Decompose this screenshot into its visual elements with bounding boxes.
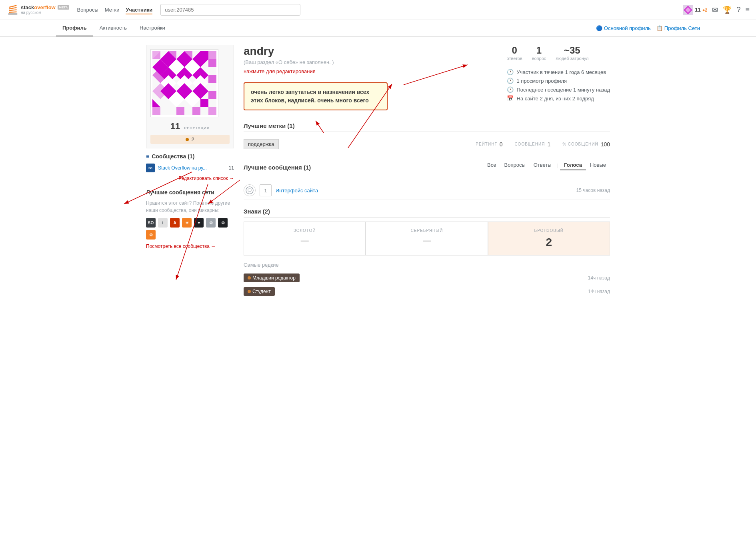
ci-ask-icon[interactable]: A — [170, 218, 180, 228]
top-tags-header: Лучшие метки (1) — [244, 122, 610, 132]
badges-detail: Самые редкие Младший редактор 14ч назад … — [244, 262, 610, 298]
tag-percent-item: % СООБЩЕНИЙ 100 — [562, 141, 610, 148]
badge-pill-student: Студент — [244, 287, 275, 296]
avatar-svg — [152, 51, 216, 115]
posts-tab-new[interactable]: Новые — [586, 160, 610, 170]
percent-label: % СООБЩЕНИЙ — [562, 142, 598, 146]
profile-header: andry (Ваш раздел «О себе» не заполнен. … — [244, 45, 610, 110]
tags-row: поддержка РЕЙТИНГ 0 СООБЩЕНИЯ 1 % СООБЩЕ… — [244, 136, 610, 152]
search-input[interactable] — [160, 4, 300, 16]
tabs-bar: Профиль Активность Настройки 🔵 Основной … — [0, 20, 756, 37]
search-box[interactable] — [160, 4, 300, 16]
community-icons-grid: SO i A ☀ ✦ ⚙ ⚙ ⚙ — [146, 218, 234, 240]
svg-marker-37 — [200, 51, 208, 59]
post-time: 15 часов назад — [576, 188, 610, 193]
posts-tab-votes[interactable]: Голоса — [560, 160, 586, 170]
logo-lang: на русском — [21, 10, 69, 15]
profile-tabs: Профиль Активность Настройки — [56, 20, 172, 36]
badge-count: ●2 — [702, 8, 708, 12]
ci-dark-icon[interactable]: ✦ — [194, 218, 204, 228]
tag-badge[interactable]: поддержка — [244, 139, 279, 149]
main-nav: Вопросы Метки Участники — [77, 5, 153, 14]
reputation-display: 11 РЕПУТАЦИЯ — [150, 121, 230, 132]
ci-gray-icon[interactable]: ⚙ — [206, 218, 216, 228]
menu-icon[interactable]: ≡ — [745, 6, 750, 14]
posts-tab-all[interactable]: Все — [483, 160, 500, 170]
meta-badge: МЕТА — [58, 5, 69, 10]
tag-percent-val: 100 — [601, 141, 610, 148]
bronze-dot-icon-2 — [248, 290, 251, 293]
ci-gear-icon[interactable]: ⚙ — [146, 230, 156, 240]
info-profile-views: 🕐 1 просмотр профиля — [507, 78, 610, 84]
network-posts-title: Лучшие сообщения сети — [146, 189, 234, 196]
communities-title: ≡ Сообщества (1) — [146, 153, 234, 160]
communities-section: ≡ Сообщества (1) SO Stack Overflow на ру… — [146, 153, 234, 181]
gold-label: ЗОЛОТОЙ — [250, 228, 359, 233]
rep-count: 11 — [695, 7, 700, 13]
tab-profile[interactable]: Профиль — [56, 20, 93, 36]
avatar-block: 11 РЕПУТАЦИЯ 2 — [146, 45, 234, 148]
bronze-label: БРОНЗОВЫЙ — [495, 228, 603, 233]
post-title[interactable]: Интерфейс сайта — [276, 188, 572, 194]
ci-orange-icon[interactable]: ☀ — [182, 218, 192, 228]
network-profile-link[interactable]: 📋 Профиль Сети — [656, 25, 700, 31]
community-rep: 11 — [229, 165, 234, 171]
header-right: 11 ●2 ✉ 🏆 ? ≡ — [683, 5, 750, 15]
profile-links: 🔵 Основной профиль 📋 Профиль Сети — [596, 25, 700, 31]
svg-rect-3 — [9, 9, 16, 11]
badge-item-1: Студент 14ч назад — [244, 285, 610, 298]
posts-tab-answers[interactable]: Ответы — [530, 160, 556, 170]
silver-value: — — [372, 236, 481, 245]
ci-so-icon[interactable]: SO — [146, 218, 156, 228]
stack-logo-icon — [6, 4, 19, 16]
bronze-value: 2 — [495, 236, 603, 249]
posts-header: Лучшие сообщения (1) Все Вопросы Ответы … — [244, 160, 610, 177]
left-panel: 11 РЕПУТАЦИЯ 2 ≡ Сообщества (1) SO Stack… — [146, 45, 234, 306]
bronze-dot-icon — [186, 138, 189, 141]
network-profile-icon: 📋 — [656, 25, 663, 31]
view-all-communities-link[interactable]: Посмотреть все сообщества → — [146, 244, 234, 249]
trophy-icon[interactable]: 🏆 — [723, 6, 732, 14]
help-icon[interactable]: ? — [736, 6, 740, 14]
svg-marker-39 — [208, 75, 216, 83]
bronze-badge-col: БРОНЗОВЫЙ 2 — [488, 222, 610, 256]
stats-block: 0 ответов 1 вопрос ~35 людей затронул — [507, 45, 610, 61]
tab-settings[interactable]: Настройки — [133, 20, 172, 36]
main-profile-link[interactable]: 🔵 Основной профиль — [596, 25, 651, 31]
tag-messages-val: 1 — [547, 141, 550, 148]
inbox-icon[interactable]: ✉ — [712, 6, 718, 14]
messages-label: СООБЩЕНИЯ — [515, 142, 545, 146]
svg-marker-38 — [208, 59, 216, 67]
logo[interactable]: stackoverflow МЕТА на русском — [6, 4, 69, 16]
clock-icon-2: 🕐 — [507, 78, 514, 84]
tag-messages-item: СООБЩЕНИЯ 1 — [515, 141, 551, 148]
posts-title: Лучшие сообщения (1) — [244, 164, 311, 171]
community-link[interactable]: Stack Overflow на ру... — [158, 165, 226, 171]
edit-communities-link[interactable]: Редактировать список → — [146, 176, 234, 181]
tab-separator: | — [557, 162, 558, 168]
tab-activity[interactable]: Активность — [93, 20, 133, 36]
gold-value: — — [250, 236, 359, 245]
clock-icon-1: 🕐 — [507, 69, 514, 75]
nav-tags[interactable]: Метки — [105, 5, 120, 14]
bronze-badge-bar: 2 — [150, 135, 230, 144]
nav-questions[interactable]: Вопросы — [77, 5, 98, 14]
edit-profile-link[interactable]: нажмите для редактирования — [244, 68, 316, 74]
svg-point-48 — [246, 187, 253, 194]
svg-marker-44 — [192, 107, 200, 115]
posts-tab-questions[interactable]: Вопросы — [500, 160, 529, 170]
rarest-label: Самые редкие — [244, 262, 610, 268]
svg-marker-42 — [200, 99, 208, 107]
svg-marker-43 — [176, 107, 184, 115]
ci-dark2-icon[interactable]: ⚙ — [218, 218, 228, 228]
communities-icon: ≡ — [146, 153, 149, 160]
tag-rating-val: 0 — [500, 141, 503, 148]
stat-answers: 0 ответов — [507, 45, 522, 61]
ci-i-icon[interactable]: i — [158, 218, 168, 228]
nav-users[interactable]: Участники — [126, 5, 152, 14]
username: andry — [244, 45, 491, 58]
badges-grid: ЗОЛОТОЙ — СЕРЕБРЯНЫЙ — БРОНЗОВЫЙ 2 — [244, 222, 610, 256]
badges-section: Знаки (2) ЗОЛОТОЙ — СЕРЕБРЯНЫЙ — БРОНЗОВ… — [244, 208, 610, 298]
profile-info: andry (Ваш раздел «О себе» не заполнен. … — [244, 45, 491, 110]
top-tags-section: Лучшие метки (1) поддержка РЕЙТИНГ 0 СОО… — [244, 122, 610, 152]
